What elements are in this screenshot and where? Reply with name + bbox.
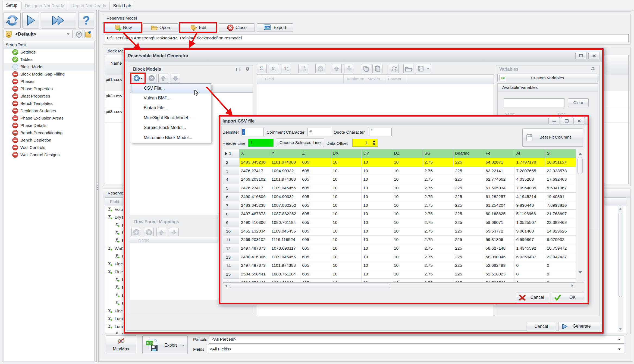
svg-text:csv: csv: [266, 26, 269, 29]
svg-text:X̅: X̅: [115, 332, 118, 334]
svg-text:XLS: XLS: [146, 341, 152, 345]
